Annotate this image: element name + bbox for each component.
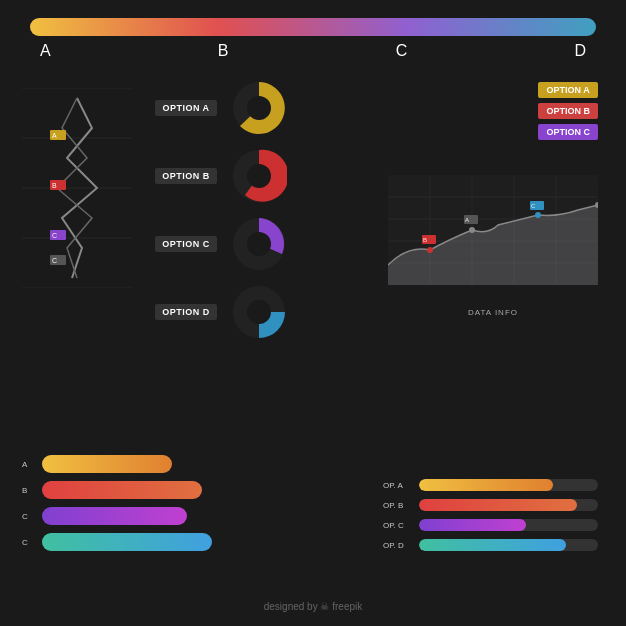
hbar-row-b: B: [22, 481, 222, 499]
footer: designed by ☠ freepik: [0, 601, 626, 612]
svg-text:B: B: [423, 237, 427, 243]
svg-point-14: [247, 96, 271, 120]
hbar-row-a: A: [22, 455, 222, 473]
hbar-row-c2: C: [22, 533, 222, 551]
svg-text:C: C: [52, 232, 57, 239]
svg-point-33: [469, 227, 475, 233]
area-chart-title: DATA INFO: [388, 308, 598, 317]
hbar-section: A B C C: [22, 455, 222, 551]
pie-label-a: OPTION A: [155, 100, 217, 116]
hbar-a: [42, 455, 172, 473]
svg-text:C: C: [531, 203, 536, 209]
pbar-row-a: OP. A: [383, 479, 598, 491]
label-d: D: [574, 42, 586, 60]
pie-row-d: OPTION D: [155, 284, 287, 340]
pie-label-c: OPTION C: [155, 236, 217, 252]
footer-text: designed by: [264, 601, 318, 612]
area-chart-svg: B A C: [388, 175, 598, 300]
hbar-tag-c2: C: [22, 538, 36, 547]
pie-label-b: OPTION B: [155, 168, 217, 184]
top-gradient-bar: [30, 18, 596, 36]
pie-chart-b: [231, 148, 287, 204]
pbar-row-c: OP. C: [383, 519, 598, 531]
legend-label-a: OPTION A: [546, 85, 589, 95]
legend-item-c: OPTION C: [538, 124, 598, 140]
zigzag-chart: A B C C: [22, 88, 132, 288]
label-a: A: [40, 42, 51, 60]
pbar-track-b: [419, 499, 598, 511]
pie-row-c: OPTION C: [155, 216, 287, 272]
top-gradient-bar-container: A B C D: [30, 18, 596, 60]
hbar-b: [42, 481, 202, 499]
hbar-tag-b: B: [22, 486, 36, 495]
svg-point-20: [247, 300, 271, 324]
legend-section: OPTION A OPTION B OPTION C: [538, 82, 598, 140]
svg-point-18: [247, 232, 271, 256]
pbar-label-b: OP. B: [383, 501, 411, 510]
pbar-fill-b: [419, 499, 577, 511]
legend-label-b: OPTION B: [546, 106, 590, 116]
pie-chart-c: [231, 216, 287, 272]
pbar-label-d: OP. D: [383, 541, 411, 550]
svg-point-30: [427, 247, 433, 253]
svg-point-36: [535, 212, 541, 218]
hbar-tag-a: A: [22, 460, 36, 469]
svg-text:B: B: [52, 182, 57, 189]
svg-text:C: C: [52, 257, 57, 264]
skull-icon: ☠: [320, 601, 332, 612]
area-chart-container: B A C DATA INFO: [388, 175, 598, 305]
legend-label-c: OPTION C: [546, 127, 590, 137]
hbar-c1: [42, 507, 187, 525]
pbar-row-d: OP. D: [383, 539, 598, 551]
svg-text:A: A: [465, 217, 469, 223]
pie-row-b: OPTION B: [155, 148, 287, 204]
label-b: B: [218, 42, 229, 60]
pbar-track-d: [419, 539, 598, 551]
legend-item-b: OPTION B: [538, 103, 598, 119]
pie-row-a: OPTION A: [155, 80, 287, 136]
legend-item-a: OPTION A: [538, 82, 598, 98]
pbar-label-a: OP. A: [383, 481, 411, 490]
freepik-label: freepik: [332, 601, 362, 612]
label-c: C: [396, 42, 408, 60]
top-bar-labels: A B C D: [30, 42, 596, 60]
pbar-fill-d: [419, 539, 566, 551]
pbar-fill-c: [419, 519, 526, 531]
pie-chart-a: [231, 80, 287, 136]
hbar-row-c1: C: [22, 507, 222, 525]
pbar-fill-a: [419, 479, 553, 491]
pie-charts-section: OPTION A OPTION B OPTION C OPTION D: [155, 80, 287, 340]
pie-chart-d: [231, 284, 287, 340]
pbar-track-a: [419, 479, 598, 491]
pbar-row-b: OP. B: [383, 499, 598, 511]
hbar-tag-c1: C: [22, 512, 36, 521]
svg-text:A: A: [52, 132, 57, 139]
pbar-section: OP. A OP. B OP. C OP. D: [383, 479, 598, 551]
pbar-label-c: OP. C: [383, 521, 411, 530]
pbar-track-c: [419, 519, 598, 531]
svg-point-16: [247, 164, 271, 188]
pie-label-d: OPTION D: [155, 304, 217, 320]
hbar-c2: [42, 533, 212, 551]
